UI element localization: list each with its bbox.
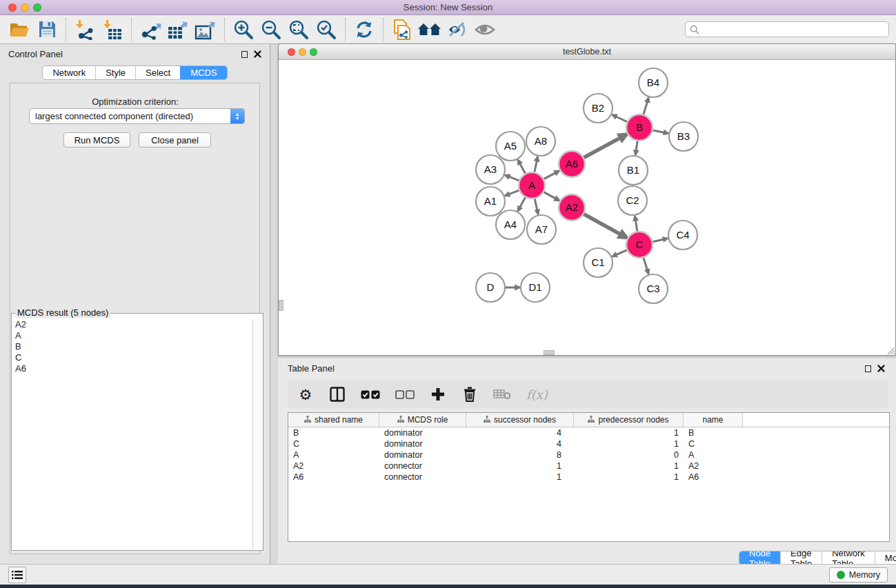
mcds-result-item[interactable]: A6 (12, 363, 252, 374)
table-cell[interactable]: C (684, 439, 743, 449)
float-panel-icon[interactable] (241, 51, 248, 58)
home-icon[interactable] (416, 17, 444, 42)
graph-node-C1[interactable]: C1 (584, 248, 613, 277)
table-cell[interactable]: B (288, 428, 379, 438)
zoom-window-button[interactable] (33, 3, 41, 12)
graph-node-B1[interactable]: B1 (619, 156, 648, 185)
column-header[interactable]: successor nodes (466, 413, 574, 427)
zoom-fit-icon[interactable] (285, 17, 312, 42)
tab-edge-table[interactable]: Edge Table (780, 551, 822, 565)
graph-node-B2[interactable]: B2 (584, 94, 613, 123)
clone-network-icon[interactable] (388, 17, 416, 42)
mcds-result-item[interactable]: A2 (12, 319, 252, 330)
table-cell[interactable]: 1 (466, 461, 574, 471)
network-close-button[interactable] (288, 48, 295, 56)
table-cell[interactable]: C (288, 439, 379, 449)
tab-motifs[interactable]: Motifs (875, 551, 896, 565)
table-row[interactable]: Adominator80A (288, 449, 889, 460)
graph-node-B4[interactable]: B4 (639, 68, 668, 97)
split-view-icon[interactable] (329, 385, 346, 403)
refresh-icon[interactable] (350, 17, 378, 42)
zoom-out-icon[interactable] (257, 17, 285, 42)
graph-node-A5[interactable]: A5 (496, 132, 525, 161)
graph-node-C3[interactable]: C3 (639, 274, 668, 303)
delete-icon[interactable] (461, 385, 478, 403)
graph-node-C2[interactable]: C2 (618, 186, 647, 215)
table-cell[interactable]: A6 (288, 472, 379, 482)
settings-icon[interactable]: ⚙ (297, 385, 314, 403)
tab-select[interactable]: Select (135, 66, 180, 79)
horizontal-scrollbar-thumb[interactable] (544, 350, 555, 355)
table-cell[interactable]: A6 (684, 472, 743, 482)
hide-panels-icon[interactable] (444, 17, 471, 42)
export-table-icon[interactable] (164, 17, 192, 42)
export-network-icon[interactable] (137, 17, 164, 42)
graph-node-A2[interactable]: A2 (559, 194, 585, 221)
column-header[interactable]: shared name (288, 413, 379, 427)
tab-node-table[interactable]: Node Table (739, 551, 780, 565)
table-cell[interactable]: 4 (466, 439, 574, 449)
criterion-dropdown[interactable]: largest connected component (directed) ▲… (29, 108, 245, 124)
table-cell[interactable]: 1 (466, 472, 574, 482)
mcds-result-item[interactable]: B (12, 341, 252, 352)
table-cell[interactable]: A (684, 450, 743, 460)
run-mcds-button[interactable]: Run MCDS (63, 132, 130, 148)
float-table-panel-icon[interactable] (865, 365, 871, 372)
search-input[interactable] (702, 25, 884, 34)
open-session-icon[interactable] (6, 17, 33, 42)
close-table-panel-icon[interactable] (877, 365, 885, 372)
mcds-result-item[interactable]: C (12, 352, 252, 363)
table-cell[interactable]: A (288, 450, 379, 460)
graph-node-A1[interactable]: A1 (476, 187, 505, 216)
table-cell[interactable]: B (684, 428, 743, 438)
graph-node-B[interactable]: B (626, 114, 653, 141)
column-header[interactable]: name (684, 413, 743, 427)
table-cell[interactable]: dominator (379, 450, 466, 460)
network-canvas[interactable]: B4B2BB3A8A5A6A3B1AA1C2A2A4A7C4CC1DD1C3 (279, 60, 895, 355)
table-cell[interactable]: 8 (466, 450, 574, 460)
mcds-result-list[interactable]: A2ABCA6 (12, 319, 252, 549)
table-cell[interactable]: 1 (574, 461, 684, 471)
table-cell[interactable]: connector (379, 461, 466, 471)
graph-node-C4[interactable]: C4 (668, 221, 697, 250)
graph-node-B3[interactable]: B3 (669, 122, 698, 151)
graph-node-A3[interactable]: A3 (476, 155, 505, 184)
table-cell[interactable]: 4 (466, 428, 574, 438)
table-row[interactable]: A2connector11A2 (288, 460, 889, 472)
mcds-result-scrollbar[interactable] (252, 319, 262, 549)
graph-node-D[interactable]: D (476, 273, 505, 302)
search-field[interactable] (685, 21, 889, 37)
table-cell[interactable]: 1 (574, 472, 684, 482)
resize-grip-icon[interactable] (886, 345, 895, 354)
close-panel-icon[interactable] (254, 50, 261, 58)
column-header[interactable]: predecessor nodes (574, 413, 684, 427)
graph-node-A6[interactable]: A6 (559, 151, 585, 177)
column-header[interactable]: MCDS role (379, 413, 466, 427)
save-session-icon[interactable] (33, 17, 61, 42)
deselect-all-icon[interactable] (395, 385, 415, 403)
add-column-icon[interactable] (430, 385, 446, 403)
zoom-selected-icon[interactable] (312, 17, 340, 42)
table-cell[interactable]: 1 (574, 428, 684, 438)
graph-node-A8[interactable]: A8 (526, 127, 555, 156)
graph-node-C[interactable]: C (626, 232, 653, 258)
graph-node-A4[interactable]: A4 (496, 210, 525, 239)
table-cell[interactable]: 1 (574, 439, 684, 449)
vertical-scrollbar-thumb[interactable] (279, 300, 283, 311)
graph-node-A[interactable]: A (519, 172, 545, 199)
show-panels-icon[interactable] (471, 17, 499, 42)
table-row[interactable]: A6connector11A6 (288, 472, 889, 483)
tab-network[interactable]: Network (43, 66, 95, 79)
table-row[interactable]: Bdominator41B (288, 427, 889, 438)
tab-network-table[interactable]: Network Table (822, 551, 875, 565)
minimize-window-button[interactable] (21, 3, 29, 12)
node-table[interactable]: shared nameMCDS rolesuccessor nodesprede… (288, 412, 890, 542)
table-cell[interactable]: dominator (379, 439, 466, 449)
tab-style[interactable]: Style (95, 66, 135, 79)
memory-button[interactable]: Memory (829, 567, 888, 582)
table-cell[interactable]: dominator (379, 428, 466, 438)
table-cell[interactable]: 0 (574, 450, 684, 460)
delete-table-icon[interactable] (493, 385, 511, 403)
tab-mcds[interactable]: MCDS (180, 66, 226, 79)
network-zoom-button[interactable] (310, 48, 317, 56)
